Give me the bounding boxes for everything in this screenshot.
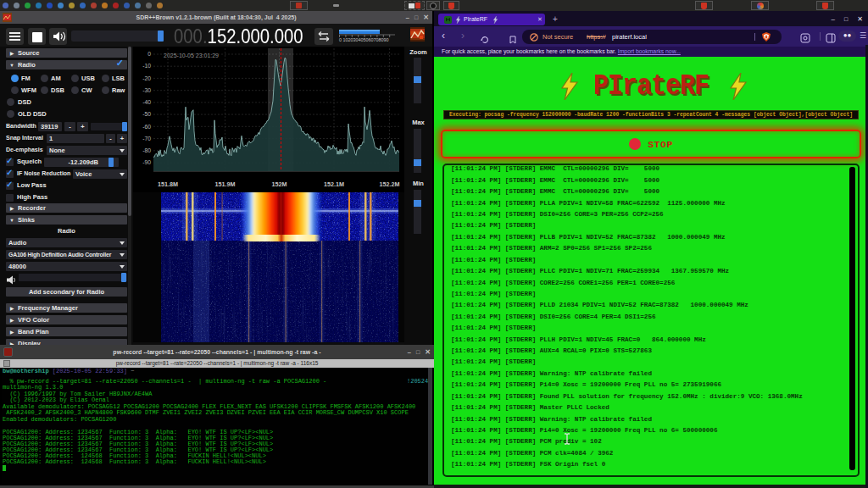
svg-text:-80: -80 — [142, 147, 151, 153]
svg-text:-50: -50 — [142, 111, 151, 117]
svg-text:0: 0 — [147, 51, 151, 57]
svg-text:2025-10-05 23:01:29: 2025-10-05 23:01:29 — [164, 53, 219, 58]
svg-text:152.2M: 152.2M — [380, 180, 400, 188]
svg-text:-30: -30 — [142, 87, 151, 93]
svg-text:151.8M: 151.8M — [158, 180, 178, 188]
svg-text:-40: -40 — [142, 99, 151, 105]
svg-text:-20: -20 — [142, 75, 151, 81]
svg-text:-60: -60 — [142, 124, 151, 130]
svg-text:-70: -70 — [142, 136, 151, 141]
svg-text:152.1M: 152.1M — [324, 180, 344, 188]
svg-text:-90: -90 — [142, 159, 151, 165]
svg-text:-10: -10 — [142, 63, 151, 69]
svg-text:152M: 152M — [272, 180, 287, 188]
svg-text:151.9M: 151.9M — [215, 180, 236, 188]
